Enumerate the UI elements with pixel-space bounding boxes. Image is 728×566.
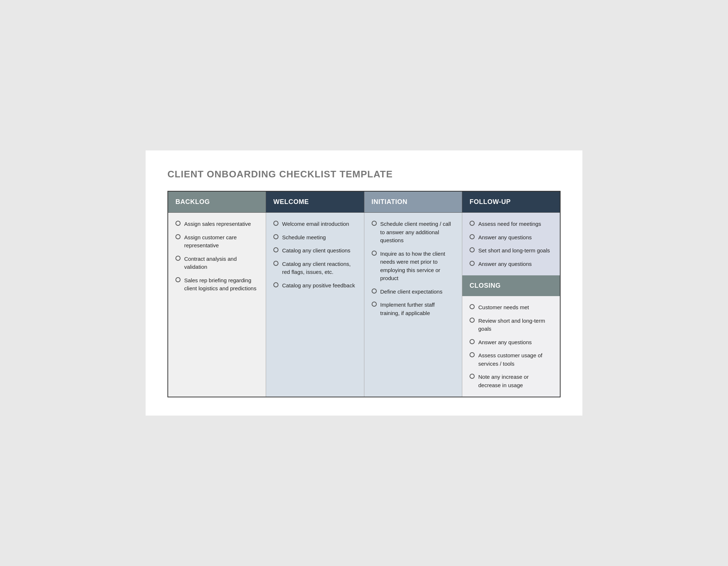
backlog-list: Assign sales representativeAssign custom… — [175, 220, 258, 293]
item-text: Contract analysis and validation — [184, 255, 258, 271]
bullet-icon — [470, 374, 475, 379]
bullet-icon — [470, 247, 475, 252]
item-text: Welcome email introduction — [282, 220, 357, 228]
item-text: Schedule client meeting / call to answer… — [380, 220, 455, 245]
followup-section: Assess need for meetingsAnswer any quest… — [462, 213, 560, 275]
bullet-icon — [273, 221, 278, 226]
initiation-list: Schedule client meeting / call to answer… — [372, 220, 455, 317]
bullet-icon — [470, 261, 475, 266]
checklist-table: BACKLOG WELCOME INITIATION FOLLOW-UP Ass… — [167, 191, 561, 397]
bullet-icon — [470, 318, 475, 323]
item-text: Answer any questions — [478, 260, 553, 268]
column-backlog: Assign sales representativeAssign custom… — [168, 213, 266, 397]
page-container: CLIENT ONBOARDING CHECKLIST TEMPLATE BAC… — [146, 150, 582, 416]
closing-list: Customer needs metReview short and long-… — [470, 303, 553, 389]
list-item: Welcome email introduction — [273, 220, 357, 228]
item-text: Schedule meeting — [282, 233, 357, 242]
closing-section: Customer needs metReview short and long-… — [462, 296, 560, 397]
header-backlog: BACKLOG — [168, 191, 266, 213]
bullet-icon — [372, 302, 377, 307]
item-text: Sales rep briefing regarding client logi… — [184, 276, 258, 293]
list-item: Assess need for meetings — [470, 220, 553, 228]
welcome-list: Welcome email introductionSchedule meeti… — [273, 220, 357, 290]
list-item: Answer any questions — [470, 233, 553, 242]
bullet-icon — [175, 277, 181, 282]
bullet-icon — [372, 221, 377, 226]
bullet-icon — [470, 234, 475, 239]
list-item: Catalog any client questions — [273, 247, 357, 255]
bullet-icon — [273, 282, 278, 287]
page-title: CLIENT ONBOARDING CHECKLIST TEMPLATE — [167, 169, 561, 180]
list-item: Assess customer usage of services / tool… — [470, 351, 553, 368]
bullet-icon — [470, 352, 475, 357]
item-text: Assign sales representative — [184, 220, 258, 228]
bullet-icon — [175, 221, 181, 226]
list-item: Answer any questions — [470, 260, 553, 268]
bullet-icon — [470, 221, 475, 226]
list-item: Inquire as to how the client needs were … — [372, 250, 455, 283]
item-text: Customer needs met — [478, 303, 553, 312]
header-welcome: WELCOME — [266, 191, 364, 213]
bullet-icon — [372, 251, 377, 256]
item-text: Assess need for meetings — [478, 220, 553, 228]
item-text: Assign customer care representative — [184, 233, 258, 250]
list-item: Define client expectations — [372, 288, 455, 296]
list-item: Review short and long-term goals — [470, 317, 553, 333]
list-item: Answer any questions — [470, 338, 553, 347]
item-text: Answer any questions — [478, 233, 553, 242]
bullet-icon — [273, 261, 278, 266]
list-item: Assign sales representative — [175, 220, 258, 228]
list-item: Implement further staff training, if app… — [372, 301, 455, 317]
column-initiation: Schedule client meeting / call to answer… — [364, 213, 462, 397]
item-text: Define client expectations — [380, 288, 455, 296]
item-text: Catalog any client questions — [282, 247, 357, 255]
list-item: Catalog any positive feedback — [273, 282, 357, 290]
list-item: Schedule client meeting / call to answer… — [372, 220, 455, 245]
list-item: Catalog any client reactions, red flags,… — [273, 260, 357, 276]
item-text: Assess customer usage of services / tool… — [478, 351, 553, 368]
item-text: Set short and long-term goals — [478, 247, 553, 255]
bullet-icon — [273, 234, 278, 239]
header-closing: CLOSING — [462, 275, 560, 296]
bullet-icon — [175, 256, 181, 261]
bullet-icon — [470, 339, 475, 344]
list-item: Note any increase or decrease in usage — [470, 373, 553, 389]
item-text: Catalog any client reactions, red flags,… — [282, 260, 357, 276]
item-text: Inquire as to how the client needs were … — [380, 250, 455, 283]
list-item: Sales rep briefing regarding client logi… — [175, 276, 258, 293]
header-followup: FOLLOW-UP — [462, 191, 561, 213]
item-text: Catalog any positive feedback — [282, 282, 357, 290]
column-followup-closing: Assess need for meetingsAnswer any quest… — [462, 213, 561, 397]
list-item: Customer needs met — [470, 303, 553, 312]
item-text: Answer any questions — [478, 338, 553, 347]
list-item: Set short and long-term goals — [470, 247, 553, 255]
item-text: Implement further staff training, if app… — [380, 301, 455, 317]
list-item: Contract analysis and validation — [175, 255, 258, 271]
bullet-icon — [175, 234, 181, 239]
bullet-icon — [273, 247, 278, 252]
item-text: Review short and long-term goals — [478, 317, 553, 333]
header-initiation: INITIATION — [364, 191, 462, 213]
list-item: Schedule meeting — [273, 233, 357, 242]
bullet-icon — [470, 304, 475, 309]
followup-list: Assess need for meetingsAnswer any quest… — [470, 220, 553, 268]
column-welcome: Welcome email introductionSchedule meeti… — [266, 213, 364, 397]
bullet-icon — [372, 288, 377, 294]
item-text: Note any increase or decrease in usage — [478, 373, 553, 389]
list-item: Assign customer care representative — [175, 233, 258, 250]
